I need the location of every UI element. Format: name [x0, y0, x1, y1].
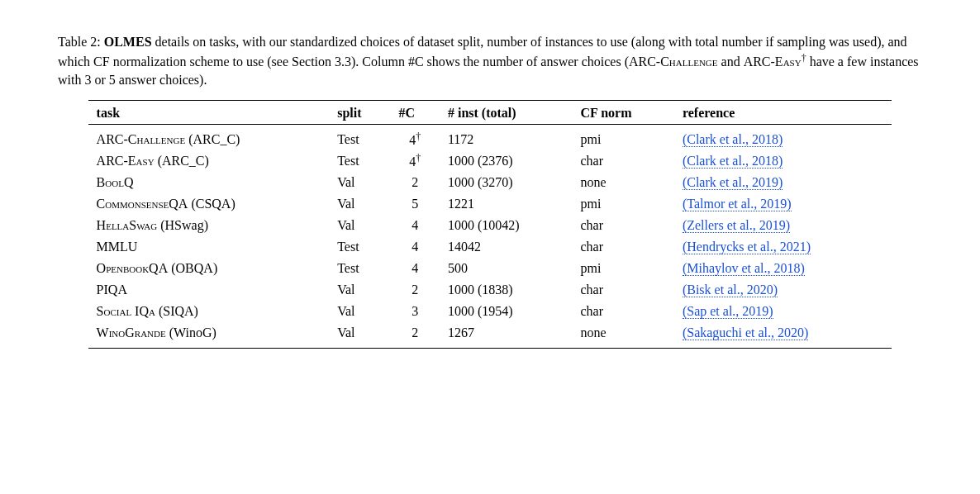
- task-short: (SIQA): [155, 304, 198, 318]
- cell-split: Val: [329, 193, 390, 215]
- inst-value: 1000: [448, 218, 474, 232]
- cell-num-choices: 2: [390, 322, 440, 349]
- col-header-cf-norm: CF norm: [572, 101, 673, 125]
- cell-reference: (Clark et al., 2018): [674, 150, 892, 172]
- olmes-tasks-table: task split #C # inst (total) CF norm ref…: [88, 100, 892, 349]
- task-name: PIQA: [97, 283, 127, 297]
- inst-total: (10042): [474, 218, 520, 232]
- cell-num-inst: 1000 (2376): [440, 150, 572, 172]
- cell-reference: (Clark et al., 2018): [674, 125, 892, 151]
- inst-value: 1000: [448, 175, 474, 189]
- cell-num-inst: 1000 (1838): [440, 279, 572, 301]
- cell-reference: (Sakaguchi et al., 2020): [674, 322, 892, 349]
- cell-split: Test: [329, 236, 390, 258]
- inst-total: (3270): [474, 175, 513, 189]
- task-name: Social IQa: [97, 304, 155, 318]
- task-short: (WinoG): [166, 325, 216, 340]
- col-header-num-choices: #C: [390, 101, 440, 125]
- cell-num-inst: 1000 (1954): [440, 301, 572, 322]
- inst-value: 1000: [448, 154, 474, 168]
- cell-cf-norm: char: [572, 150, 673, 172]
- cell-task: CommonsenseQA (CSQA): [88, 193, 330, 215]
- task-name: ARC-Challenge: [97, 132, 186, 146]
- cell-task: MMLU: [88, 236, 330, 258]
- task-name: BoolQ: [97, 175, 134, 189]
- reference-link[interactable]: (Clark et al., 2019): [683, 175, 783, 190]
- table-row: BoolQVal21000 (3270)none(Clark et al., 2…: [88, 172, 892, 193]
- inst-total: (2376): [474, 154, 513, 168]
- cell-num-inst: 14042: [440, 236, 572, 258]
- cell-cf-norm: pmi: [572, 125, 673, 151]
- reference-link[interactable]: (Talmor et al., 2019): [683, 197, 792, 211]
- inst-value: 500: [448, 261, 468, 275]
- num-choices-value: 2: [412, 175, 418, 189]
- table-caption: Table 2: OLMES details on tasks, with ou…: [58, 33, 922, 88]
- caption-bold: OLMES: [104, 35, 152, 49]
- table-row: MMLUTest414042char(Hendrycks et al., 202…: [88, 236, 892, 258]
- cell-num-inst: 1267: [440, 322, 572, 349]
- num-choices-value: 2: [412, 325, 418, 340]
- inst-value: 1267: [448, 325, 474, 340]
- caption-task-arc-challenge: ARC-Challenge: [629, 55, 718, 69]
- task-name: ARC-Easy: [97, 154, 155, 168]
- task-short: (ARC_C): [185, 132, 240, 146]
- cell-num-inst: 1000 (10042): [440, 215, 572, 236]
- cell-task: ARC-Easy (ARC_C): [88, 150, 330, 172]
- cell-num-choices: 4†: [390, 150, 440, 172]
- task-name: WinoGrande: [97, 325, 166, 340]
- task-name: CommonsenseQA: [97, 197, 188, 211]
- reference-link[interactable]: (Clark et al., 2018): [683, 154, 783, 169]
- num-choices-value: 4: [412, 218, 418, 232]
- inst-total: (1954): [474, 304, 513, 318]
- cell-num-choices: 4†: [390, 125, 440, 151]
- reference-link[interactable]: (Zellers et al., 2019): [683, 218, 790, 233]
- reference-link[interactable]: (Sap et al., 2019): [683, 304, 773, 319]
- table-row: Social IQa (SIQA)Val31000 (1954)char(Sap…: [88, 301, 892, 322]
- col-header-split: split: [329, 101, 390, 125]
- cell-num-choices: 2: [390, 172, 440, 193]
- cell-split: Val: [329, 172, 390, 193]
- cell-task: HellaSwag (HSwag): [88, 215, 330, 236]
- cell-num-inst: 1221: [440, 193, 572, 215]
- inst-value: 14042: [448, 240, 481, 254]
- cell-cf-norm: char: [572, 301, 673, 322]
- task-name: HellaSwag: [97, 218, 158, 232]
- cell-reference: (Sap et al., 2019): [674, 301, 892, 322]
- task-short: (OBQA): [168, 261, 217, 275]
- num-choices-value: 5: [412, 197, 418, 211]
- cell-reference: (Bisk et al., 2020): [674, 279, 892, 301]
- cell-split: Test: [329, 125, 390, 151]
- num-choices-value: 4: [412, 261, 418, 275]
- inst-value: 1221: [448, 197, 474, 211]
- reference-link[interactable]: (Mihaylov et al., 2018): [683, 261, 805, 276]
- cell-reference: (Zellers et al., 2019): [674, 215, 892, 236]
- cell-reference: (Hendrycks et al., 2021): [674, 236, 892, 258]
- num-choices-value: 4: [412, 240, 418, 254]
- cell-task: PIQA: [88, 279, 330, 301]
- caption-prefix: Table 2:: [58, 35, 104, 49]
- cell-cf-norm: none: [572, 322, 673, 349]
- num-choices-value: 2: [412, 283, 418, 297]
- caption-task-arc-easy: ARC-Easy: [744, 55, 802, 69]
- cell-cf-norm: char: [572, 279, 673, 301]
- cell-num-inst: 1172: [440, 125, 572, 151]
- task-short: (HSwag): [157, 218, 208, 232]
- reference-link[interactable]: (Bisk et al., 2020): [683, 283, 778, 297]
- cell-num-choices: 4: [390, 215, 440, 236]
- cell-split: Val: [329, 215, 390, 236]
- reference-link[interactable]: (Hendrycks et al., 2021): [683, 240, 811, 254]
- table-row: PIQAVal21000 (1838)char(Bisk et al., 202…: [88, 279, 892, 301]
- inst-total: (1838): [474, 283, 513, 297]
- reference-link[interactable]: (Clark et al., 2018): [683, 132, 783, 147]
- task-name: OpenbookQA: [97, 261, 169, 275]
- cell-task: Social IQa (SIQA): [88, 301, 330, 322]
- inst-value: 1000: [448, 283, 474, 297]
- task-short: (ARC_C): [155, 154, 209, 168]
- reference-link[interactable]: (Sakaguchi et al., 2020): [683, 325, 808, 340]
- cell-split: Val: [329, 322, 390, 349]
- cell-num-choices: 3: [390, 301, 440, 322]
- cell-cf-norm: char: [572, 215, 673, 236]
- cell-task: BoolQ: [88, 172, 330, 193]
- cell-cf-norm: pmi: [572, 258, 673, 279]
- cell-split: Val: [329, 279, 390, 301]
